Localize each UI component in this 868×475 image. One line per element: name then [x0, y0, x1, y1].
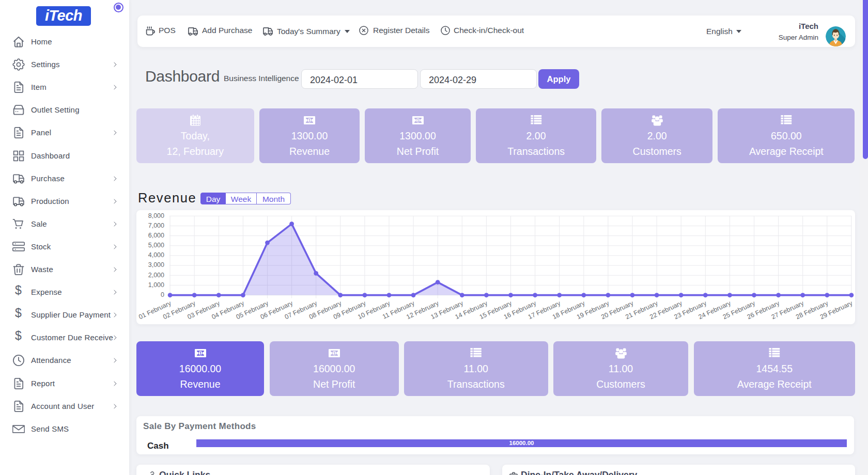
svg-text:1: 1 [333, 351, 336, 356]
svg-text:3,000: 3,000 [148, 261, 164, 268]
svg-text:4,000: 4,000 [148, 251, 164, 259]
svg-text:1,000: 1,000 [148, 281, 164, 289]
svg-text:0: 0 [161, 291, 164, 298]
svg-text:5,000: 5,000 [148, 242, 164, 249]
svg-text:1: 1 [199, 351, 202, 356]
svg-text:2,000: 2,000 [148, 272, 164, 279]
svg-text:1: 1 [416, 118, 419, 123]
svg-text:7,000: 7,000 [148, 222, 164, 229]
svg-text:1: 1 [308, 118, 311, 123]
svg-text:6,000: 6,000 [148, 232, 164, 239]
svg-text:8,000: 8,000 [148, 212, 164, 219]
